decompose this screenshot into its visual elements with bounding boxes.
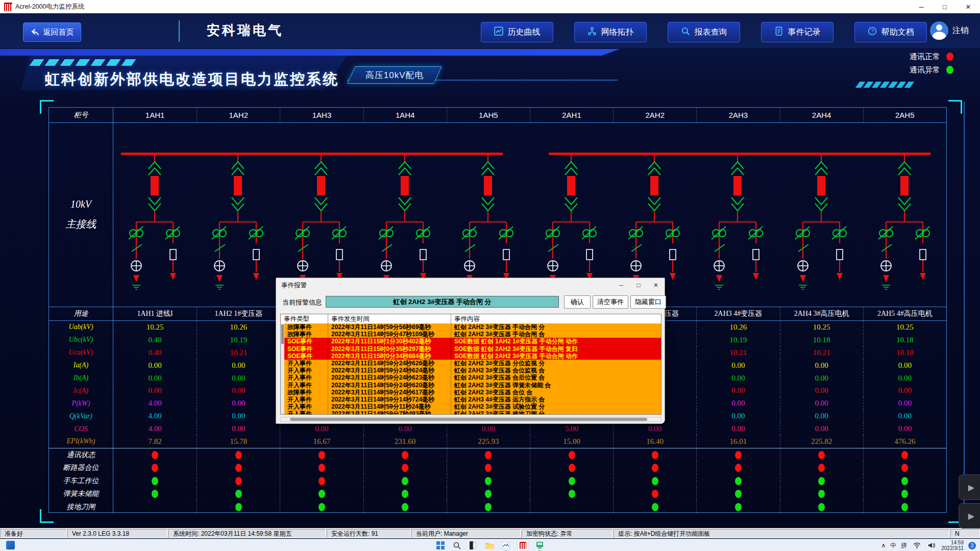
event-row[interactable]: 开入事件2022年3月11日14时59分24秒626毫秒虹创 2AH2 3#变压… (284, 360, 661, 367)
acrel-app-icon[interactable] (517, 540, 528, 551)
back-arrow-icon (31, 28, 40, 36)
column-header-2AH1: 2AH1 (530, 108, 613, 122)
nav-button-report-search[interactable]: 报表查询 (668, 22, 740, 42)
status-dot-red (901, 464, 908, 472)
wifi-icon[interactable] (912, 540, 922, 550)
event-time: 2022年3月11日14时59分24秒623毫秒 (328, 374, 451, 381)
notification-badge[interactable]: 3 (968, 542, 976, 549)
status-cell-2AH4 (780, 487, 863, 500)
nav-button-help[interactable]: ?帮助文档 (854, 22, 927, 42)
value-cell-2AH5: 0.00 (863, 410, 946, 422)
event-row[interactable]: SOE事件2022年3月11日15时1分30秒402毫秒SOE数据 虹创 1AH… (284, 338, 661, 345)
user-avatar[interactable] (930, 21, 948, 40)
clear-events-button[interactable]: 清空事件 (593, 295, 628, 309)
status-cell-2AH2 (613, 500, 696, 514)
nav-button-topology[interactable]: 网络拓扑 (574, 22, 647, 42)
column-header-2AH2: 2AH2 (613, 108, 696, 122)
status-cell-2AH3 (696, 487, 779, 500)
usage-label: 用途 (49, 307, 113, 320)
floating-tool-button-1[interactable]: ▶ (959, 474, 980, 500)
status-dot-red (652, 451, 658, 459)
row-label: Ia(A) (49, 359, 113, 372)
widgets-icon[interactable] (468, 540, 478, 550)
event-time: 2022年3月11日15时1分30秒402毫秒 (328, 338, 451, 345)
minimize-button[interactable]: ─ (910, 0, 933, 13)
explorer-icon[interactable] (484, 540, 495, 550)
status-cell-2AH2 (613, 474, 696, 488)
start-icon[interactable] (435, 540, 446, 550)
status-cell-2AH3 (696, 500, 779, 514)
value-cell-2AH3: 0.00 (696, 384, 779, 397)
value-cell-1AH1: 4.00 (113, 422, 197, 435)
status-cell-1AH4 (363, 461, 447, 474)
diagram-label: 10kV 主接线 (49, 123, 113, 307)
event-row[interactable]: 开入事件2022年3月11日14时59分11秒24毫秒虹创 2AH2 3#变压器… (284, 403, 661, 410)
scrollbar-thumb[interactable] (290, 418, 647, 421)
maximize-button[interactable]: □ (933, 0, 957, 13)
event-row[interactable]: 故障事件2022年3月11日14时59分24秒617毫秒虹创 2AH2 3#变压… (284, 389, 661, 396)
event-row[interactable]: SOE事件2022年3月11日15时0分34秒884毫秒SOE数据 虹创 2AH… (284, 353, 661, 360)
current-alarm-field[interactable]: 虹创 2AH2 3#变压器 手动合闸 分 (326, 296, 559, 308)
status-dot-red (235, 477, 242, 485)
event-row[interactable]: 开入事件2022年3月11日14时59分24秒620毫秒虹创 2AH2 3#变压… (284, 382, 661, 389)
event-row[interactable]: SOE事件2022年3月11日15时0分35秒297毫秒SOE数据 虹创 2AH… (284, 345, 661, 353)
event-row[interactable]: 故障事件2022年3月11日14时59分56秒69毫秒虹创 2AH2 3#变压器… (284, 323, 661, 331)
dialog-maximize-button[interactable]: □ (630, 279, 647, 292)
back-home-button[interactable]: 返回首页 (23, 22, 81, 42)
event-row[interactable]: 开入事件2022年3月11日14时59分24秒623毫秒虹创 2AH2 3#变压… (284, 374, 661, 381)
taskbar-clock[interactable]: 14:59 2022/3/11 (941, 540, 964, 551)
status-dot-green (818, 490, 825, 498)
hazard-stripes (857, 82, 915, 88)
status-cell-1AH3 (280, 487, 363, 500)
event-row[interactable]: 开入事件2022年3月11日14时59分7秒493毫秒虹创 2AH2 3#变压器… (284, 410, 661, 415)
event-row[interactable]: 故障事件2022年3月11日14时59分47秒109毫秒虹创 2AH2 3#变压… (284, 331, 661, 338)
legend-item: 通讯正常 (910, 50, 953, 63)
event-row[interactable]: 开入事件2022年3月11日14时59分24秒624毫秒虹创 2AH2 3#变压… (284, 367, 661, 374)
nav-button-label: 帮助文档 (881, 27, 914, 38)
tray-chevron-icon[interactable]: ∧ (881, 542, 886, 549)
monitor-app-icon[interactable] (534, 540, 545, 550)
legend-dot (946, 66, 953, 74)
event-content: SOE数据 虹创 2AH2 3#变压器 手动合闸 动作 (451, 353, 661, 360)
report-search-icon (681, 27, 690, 38)
usage-cell-2AH5: 2AH5 4#高压电机 (863, 307, 946, 320)
status-dot-red (569, 464, 575, 472)
nav-button-event-record[interactable]: 事件记录 (761, 22, 834, 42)
value-cell-2AH4: 0.00 (780, 384, 863, 397)
back-home-label: 返回首页 (43, 28, 74, 37)
event-content: 虹创 2AH2 3#变压器 接地刀闸 分 (451, 410, 661, 415)
right-frame-line (964, 102, 965, 513)
status-dot-green (152, 477, 158, 485)
value-cell-2AH4: 0.00 (780, 372, 863, 385)
status-cell-1AH5 (447, 461, 530, 474)
search-icon[interactable] (452, 540, 462, 550)
table-header-row: 柜号 1AH11AH21AH31AH41AH52AH12AH22AH32AH42… (49, 108, 946, 123)
dialog-minimize-button[interactable]: ─ (612, 279, 630, 292)
dialog-close-button[interactable]: ✕ (647, 279, 665, 292)
status-dot-green (485, 477, 492, 485)
status-dot-red (818, 451, 825, 459)
ime-mode[interactable]: 拼 (901, 541, 907, 550)
nav-button-curve[interactable]: 历史曲线 (481, 22, 553, 42)
floating-tool-button-2[interactable]: ▶ (959, 503, 980, 529)
volume-icon[interactable] (926, 540, 937, 550)
diagram-label-line2: 主接线 (66, 217, 96, 231)
close-button[interactable]: ✕ (957, 0, 980, 13)
event-type: 开入事件 (284, 382, 328, 389)
event-vertical-scrollbar[interactable] (281, 323, 284, 415)
logout-button[interactable]: 注销 (952, 26, 969, 36)
photos-icon[interactable] (501, 540, 511, 550)
status-cell-1AH4 (363, 474, 447, 488)
ime-language[interactable]: 中 (890, 541, 896, 550)
hide-window-button[interactable]: 隐藏窗口 (630, 295, 666, 309)
value-cell-2AH3: 10.19 (696, 334, 779, 346)
value-cell-2AH3: 0.00 (696, 359, 779, 372)
value-cell-1AH2: 10.21 (197, 346, 280, 359)
event-row[interactable]: 开入事件2022年3月11日14时59分14秒724毫秒虹创 2AH3 4#变压… (284, 396, 661, 403)
confirm-button[interactable]: 确认 (564, 295, 591, 309)
event-horizontal-scrollbar[interactable] (280, 417, 662, 422)
row-label: Q(kVar) (49, 410, 113, 422)
status-dot-green (652, 503, 658, 511)
dialog-titlebar[interactable]: 事件报警 ─ □ ✕ (276, 278, 665, 292)
tab-hv-10kv[interactable]: 高压10kV配电 (347, 66, 442, 84)
